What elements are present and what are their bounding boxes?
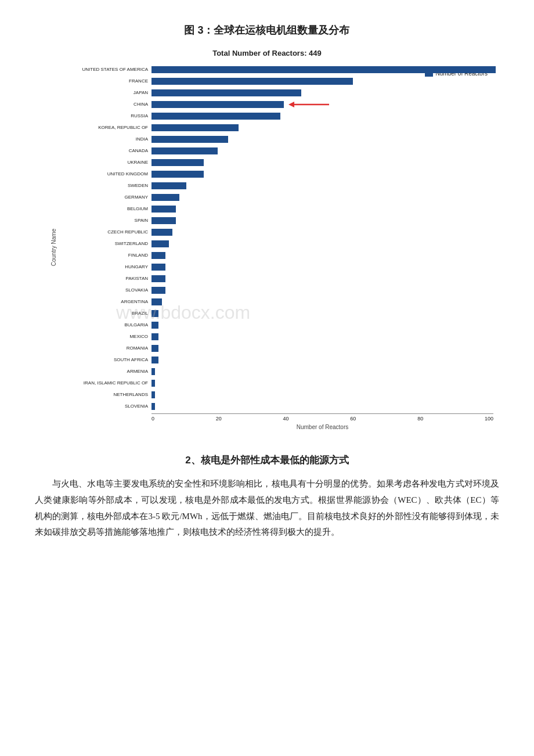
bar-country-label: MEXICO [56, 334, 151, 339]
bar-row: KOREA, REPUBLIC OF [56, 123, 499, 132]
bar-fill [151, 78, 353, 85]
bar-fill [151, 333, 158, 340]
bar-country-label: ARGENTINA [56, 299, 151, 304]
bar-fill [151, 264, 165, 271]
bar-country-label: BELGIUM [56, 206, 151, 211]
bar-country-label: RUSSIA [56, 113, 151, 118]
figure-title: 图 3：全球在运核电机组数量及分布 [35, 23, 499, 37]
bar-fill [151, 182, 186, 189]
bar-fill [151, 217, 176, 224]
bar-row: ROMANIA [56, 343, 499, 353]
bar-row: MEXICO [56, 332, 499, 341]
bar-row: SLOVAKIA [56, 285, 499, 295]
x-tick-20: 20 [216, 416, 222, 422]
section2-title: 2、核电是外部性成本最低的能源方式 [35, 453, 499, 467]
bar-fill [151, 287, 165, 294]
bar-fill [151, 240, 169, 247]
x-tick-100: 100 [485, 416, 493, 422]
bar-row: BELGIUM [56, 204, 499, 214]
bar-track [151, 194, 499, 201]
bar-country-label: JAPAN [56, 90, 151, 95]
bar-row: INDIA [56, 134, 499, 144]
chart-subtitle: Total Number of Reactors: 449 [35, 49, 499, 57]
bar-fill [151, 66, 496, 73]
bar-track [151, 298, 499, 305]
bar-row: UNITED KINGDOM [56, 169, 499, 179]
bar-country-label: ROMANIA [56, 345, 151, 351]
bar-row: ARGENTINA [56, 297, 499, 307]
bar-track [151, 78, 499, 85]
bar-country-label: SLOVENIA [56, 404, 151, 409]
bar-row: GERMANY [56, 192, 499, 202]
bar-fill [151, 345, 158, 352]
bar-country-label: SWEDEN [56, 183, 151, 188]
bar-country-label: SWITZERLAND [56, 241, 151, 246]
bar-country-label: HUNGARY [56, 264, 151, 269]
bar-track [151, 357, 499, 363]
bar-row: HUNGARY [56, 262, 499, 272]
bar-fill [151, 124, 239, 131]
bar-country-label: BRAZIL [56, 311, 151, 316]
bar-row: CZECH REPUBLIC [56, 227, 499, 237]
bar-row: PAKISTAN [56, 273, 499, 283]
bar-row: CHINA [56, 99, 499, 109]
x-tick-40: 40 [283, 416, 289, 422]
bar-country-label: INDIA [56, 136, 151, 142]
bar-fill [151, 322, 158, 329]
bar-track [151, 403, 499, 410]
bar-country-label: SLOVAKIA [56, 287, 151, 293]
svg-marker-1 [288, 102, 294, 107]
x-axis-label: Number of Reactors [151, 424, 493, 430]
bar-track [151, 345, 499, 352]
chart-container: Total Number of Reactors: 449 Country Na… [35, 49, 499, 430]
bar-fill [151, 159, 204, 166]
bar-row: UKRAINE [56, 157, 499, 167]
bar-track [151, 124, 499, 131]
bar-fill [151, 368, 155, 375]
section2-paragraph: 与火电、水电等主要发电系统的安全性和环境影响相比，核电具有十分明显的优势。如果考… [35, 476, 499, 541]
bar-track [151, 159, 499, 166]
bar-fill [151, 229, 172, 236]
bar-fill [151, 275, 165, 282]
x-tick-80: 80 [417, 416, 423, 422]
bar-country-label: FRANCE [56, 78, 151, 84]
bar-country-label: ARMENIA [56, 369, 151, 374]
bar-country-label: KOREA, REPUBLIC OF [56, 125, 151, 130]
bar-row: IRAN, ISLAMIC REPUBLIC OF [56, 378, 499, 388]
bar-country-label: CZECH REPUBLIC [56, 229, 151, 235]
bar-row: CANADA [56, 146, 499, 156]
bar-fill [151, 391, 155, 398]
china-arrow-annotation [288, 100, 329, 109]
bar-track [151, 147, 499, 154]
bar-row: RUSSIA [56, 111, 499, 121]
bar-track [151, 275, 499, 282]
bar-country-label: SPAIN [56, 218, 151, 223]
bar-row: SWEDEN [56, 181, 499, 190]
bar-track [151, 171, 499, 178]
bar-track [151, 252, 499, 259]
bar-row: JAPAN [56, 88, 499, 98]
bars-wrapper: UNITED STATES OF AMERICAFRANCEJAPANCHINA… [56, 64, 499, 430]
x-axis-area: 0 20 40 60 80 100 Number of Reactors [151, 413, 499, 430]
bar-row: UNITED STATES OF AMERICA [56, 64, 499, 74]
bar-fill [151, 136, 228, 143]
bar-fill [151, 310, 158, 317]
bar-row: SOUTH AFRICA [56, 355, 499, 365]
bar-country-label: CANADA [56, 148, 151, 153]
x-ticks-row: 0 20 40 60 80 100 [151, 414, 493, 422]
bar-country-label: GERMANY [56, 195, 151, 200]
bar-fill [151, 194, 179, 201]
bar-country-label: UNITED STATES OF AMERICA [56, 67, 151, 72]
bar-row: FINLAND [56, 250, 499, 260]
bar-row: SPAIN [56, 215, 499, 225]
bar-country-label: IRAN, ISLAMIC REPUBLIC OF [56, 380, 151, 386]
bar-country-label: UNITED KINGDOM [56, 171, 151, 177]
bar-fill [151, 403, 155, 410]
bar-row: SWITZERLAND [56, 239, 499, 249]
bar-fill [151, 171, 204, 178]
bar-country-label: UKRAINE [56, 160, 151, 165]
bar-fill [151, 298, 162, 305]
bar-track [151, 136, 499, 143]
bar-track [151, 287, 499, 294]
bar-row: NETHERLANDS [56, 390, 499, 399]
